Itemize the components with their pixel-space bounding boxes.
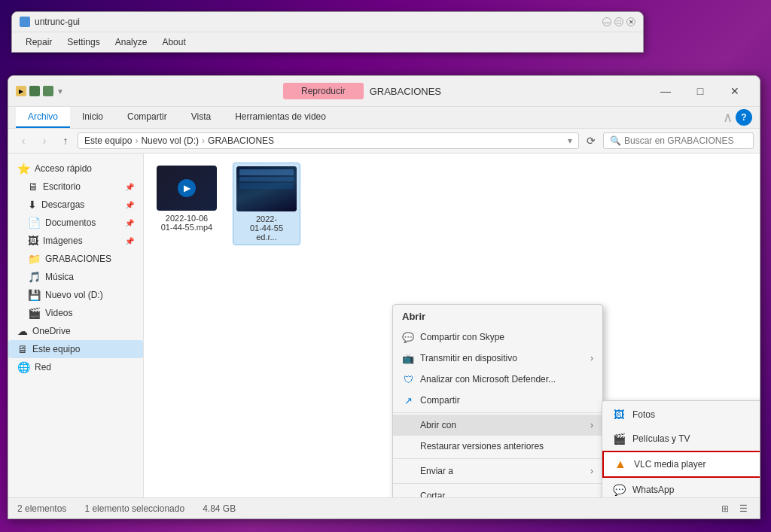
file-item-2[interactable]: 2022-01-44-55ed.r...	[233, 163, 300, 245]
sidebar-label-acceso-rapido: Acceso rápido	[35, 163, 92, 174]
ctx-cortar[interactable]: Cortar	[393, 485, 602, 497]
untrunc-close-button[interactable]: ✕	[626, 17, 635, 26]
images-icon: 🖼	[28, 235, 38, 247]
restore-icon	[402, 440, 414, 452]
sub-item-fotos[interactable]: 🖼 Fotos	[602, 403, 760, 427]
cut-icon	[402, 490, 414, 497]
untrunc-title: untrunc-gui	[35, 17, 80, 27]
sub-item-vlc[interactable]: ▲ VLC media player	[602, 451, 760, 478]
ctx-restaurar[interactable]: Restaurar versiones anteriores	[393, 436, 602, 457]
search-input[interactable]	[624, 135, 745, 146]
ctx-arrow-2: ›	[590, 420, 593, 430]
peliculas-icon: 🎬	[611, 431, 626, 446]
fotos-icon: 🖼	[611, 407, 626, 422]
sidebar-item-videos[interactable]: 🎬 Videos	[8, 304, 143, 322]
ribbon-tab-herramientas[interactable]: Herramientas de video	[223, 107, 338, 128]
address-sep2: ›	[202, 135, 205, 146]
sidebar-label-onedrive: OneDrive	[32, 326, 71, 336]
address-sep1: ›	[135, 135, 138, 146]
sidebar-item-nuevo-vol[interactable]: 💾 Nuevo vol (D:)	[8, 286, 143, 304]
untrunc-menu-analyze[interactable]: Analyze	[108, 34, 155, 50]
ctx-enviar-a-label: Enviar a	[420, 466, 453, 476]
ctx-compartir[interactable]: ↗ Compartir	[393, 390, 602, 411]
sidebar-item-documentos[interactable]: 📄 Documentos 📌	[8, 214, 143, 232]
untrunc-menu-repair[interactable]: Repair	[18, 34, 59, 50]
file-thumb-2	[236, 166, 297, 211]
sidebar-item-grabaciones[interactable]: 📁 GRABACIONES	[8, 250, 143, 268]
sidebar-item-descargas[interactable]: ⬇ Descargas 📌	[8, 196, 143, 214]
sub-item-whatsapp[interactable]: 💬 WhatsApp	[602, 478, 760, 497]
untrunc-menu-settings[interactable]: Settings	[59, 34, 107, 50]
sidebar-item-onedrive[interactable]: ☁ OneDrive	[8, 322, 143, 340]
ctx-open-label: Abrir	[402, 311, 425, 322]
sidebar-item-musica[interactable]: 🎵 Música	[8, 268, 143, 286]
sidebar-label-escritorio: Escritorio	[43, 181, 81, 192]
ctx-skype[interactable]: 💬 Compartir con Skype	[393, 327, 602, 348]
grabaciones-folder-icon: 📁	[28, 253, 41, 265]
sidebar-item-escritorio[interactable]: 🖥 Escritorio 📌	[8, 178, 143, 196]
submenu-abrir-con: 🖼 Fotos 🎬 Películas y TV ▲ VLC media pla…	[602, 400, 760, 497]
ctx-compartir-label: Compartir	[420, 395, 460, 406]
untrunc-maximize-button[interactable]: □	[614, 17, 623, 26]
play-icon: ▶	[178, 179, 196, 197]
downloads-icon: ⬇	[28, 199, 37, 211]
desktop: untrunc-gui — □ ✕ Repair Settings Analyz…	[0, 0, 771, 532]
file-item-1[interactable]: ▶ 2022-10-0601-44-55.mp4	[153, 163, 221, 235]
address-bar: ‹ › ↑ Este equipo › Nuevo vol (D:) › GRA…	[8, 129, 760, 154]
back-button[interactable]: ‹	[14, 132, 32, 150]
up-button[interactable]: ↑	[56, 132, 75, 150]
address-path[interactable]: Este equipo › Nuevo vol (D:) › GRABACION…	[78, 132, 579, 149]
status-bar: 2 elementos 1 elemento seleccionado 4.84…	[8, 497, 760, 518]
untrunc-minimize-button[interactable]: —	[602, 17, 611, 26]
explorer-win-controls: — □ ✕	[648, 81, 752, 102]
ctx-open[interactable]: Abrir	[393, 306, 602, 327]
search-box: 🔍	[603, 132, 754, 149]
explorer-close-button[interactable]: ✕	[718, 81, 752, 102]
untrunc-titlebar: untrunc-gui — □ ✕	[12, 12, 643, 32]
sidebar-item-este-equipo[interactable]: 🖥 Este equipo	[8, 340, 143, 358]
ctx-enviar-a[interactable]: Enviar a ›	[393, 461, 602, 482]
explorer-minimize-button[interactable]: —	[648, 81, 683, 102]
untrunc-title-left: untrunc-gui	[20, 17, 80, 27]
untrunc-window: untrunc-gui — □ ✕ Repair Settings Analyz…	[11, 11, 644, 53]
computer-icon: 🖥	[17, 343, 28, 355]
explorer-maximize-button[interactable]: □	[683, 81, 718, 102]
sub-label-vlc: VLC media player	[634, 459, 705, 470]
sidebar: ⭐ Acceso rápido 🖥 Escritorio 📌 ⬇ Descarg…	[8, 154, 144, 497]
ribbon-tab-archivo[interactable]: Archivo	[16, 107, 70, 128]
refresh-button[interactable]: ⟳	[582, 132, 600, 150]
forward-button[interactable]: ›	[35, 132, 53, 150]
untrunc-menu-about[interactable]: About	[154, 34, 193, 50]
desktop-icon: 🖥	[28, 181, 38, 193]
sub-item-peliculas[interactable]: 🎬 Películas y TV	[602, 427, 760, 451]
ribbon-collapse-icon[interactable]: ∧	[723, 109, 733, 126]
ctx-abrir-con[interactable]: Abrir con ›	[393, 415, 602, 436]
untrunc-menubar: Repair Settings Analyze About	[12, 32, 643, 52]
ribbon-tab-vista[interactable]: Vista	[179, 107, 223, 128]
sidebar-label-documentos: Documentos	[45, 217, 96, 228]
explorer-title-center: Reproducir GRABACIONES	[76, 83, 648, 99]
address-part-drive: Nuevo vol (D:)	[141, 135, 199, 146]
ctx-defender[interactable]: 🛡 Analizar con Microsoft Defender...	[393, 369, 602, 390]
sub-label-peliculas: Películas y TV	[632, 433, 690, 444]
view-details-button[interactable]: ☰	[736, 501, 751, 516]
help-button[interactable]: ?	[736, 109, 752, 126]
ribbon-tab-compartir[interactable]: Compartir	[115, 107, 179, 128]
ribbon-tab-inicio[interactable]: Inicio	[70, 107, 115, 128]
share-icon: ↗	[402, 394, 414, 406]
address-part-folder: GRABACIONES	[208, 135, 274, 146]
untrunc-app-icon	[20, 17, 30, 27]
videos-icon: 🎬	[28, 307, 41, 319]
sidebar-item-imagenes[interactable]: 🖼 Imágenes 📌	[8, 232, 143, 250]
tab-grabaciones: GRABACIONES	[370, 86, 441, 97]
cast-icon: 📺	[402, 352, 414, 364]
sidebar-item-red[interactable]: 🌐 Red	[8, 358, 143, 376]
ctx-defender-label: Analizar con Microsoft Defender...	[420, 374, 556, 385]
address-dropdown-icon[interactable]: ▾	[568, 135, 572, 146]
status-right: ⊞ ☰	[718, 501, 751, 516]
ctx-transmitir[interactable]: 📺 Transmitir en dispositivo ›	[393, 348, 602, 369]
sidebar-label-videos: Videos	[45, 308, 72, 318]
open-with-icon	[402, 419, 414, 431]
tab-reproducir[interactable]: Reproducir	[283, 83, 364, 99]
view-large-icons-button[interactable]: ⊞	[718, 501, 733, 516]
